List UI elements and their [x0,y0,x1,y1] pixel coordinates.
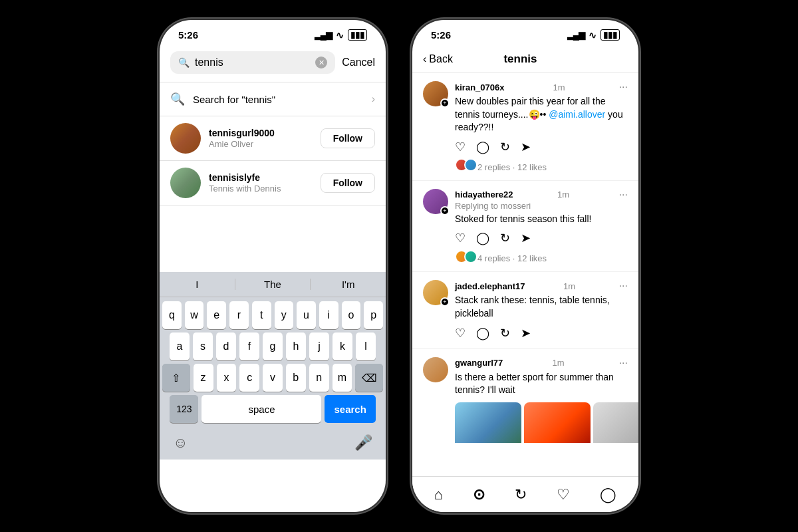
key-r[interactable]: r [229,301,249,329]
plus-badge-kiran: + [440,98,450,108]
key-f[interactable]: f [239,332,259,360]
post-text-jaded: Stack rank these: tennis, table tennis, … [455,294,628,320]
post-actions-kiran: ♡ ◯ ↻ ➤ [423,140,628,154]
post-meta-gwan: gwangurl77 1m ··· Is there a better spor… [455,357,628,397]
key-shift[interactable]: ⇧ [162,364,190,392]
key-u[interactable]: u [297,301,316,329]
like-icon-hidaya[interactable]: ♡ [455,231,466,245]
key-z[interactable]: z [194,364,213,392]
post-actions-hidaya: ♡ ◯ ↻ ➤ [423,231,628,245]
post-header-kiran: + kiran_0706x 1m ··· New doubles pair th… [423,81,628,134]
thread-header: ‹ Back tennis [412,46,638,73]
key-search[interactable]: search [325,395,375,423]
more-kiran[interactable]: ··· [614,81,628,93]
nav-home-icon[interactable]: ⌂ [434,486,443,503]
follow-button-1[interactable]: Follow [321,128,375,148]
user-info-1: tennisgurl9000 Amie Oliver [209,128,313,149]
nav-like-icon[interactable]: ♡ [557,486,570,503]
emoji-icon[interactable]: ☺ [173,434,188,452]
suggestion-The[interactable]: The [235,279,311,290]
nav-activity-icon[interactable]: ↻ [515,486,527,503]
wifi-icon: ∿ [336,30,344,41]
post-meta-hidaya: hidayathere22 1m ··· Replying to mosseri… [455,189,628,226]
cancel-button[interactable]: Cancel [342,57,375,68]
key-h[interactable]: h [286,332,306,360]
key-p[interactable]: p [364,301,383,329]
key-k[interactable]: k [332,332,352,360]
mic-icon[interactable]: 🎤 [354,434,372,452]
time-1: 5:26 [178,29,198,41]
key-g[interactable]: g [263,332,283,360]
key-x[interactable]: x [217,364,237,392]
follow-button-2[interactable]: Follow [321,173,375,193]
more-jaded[interactable]: ··· [614,280,628,292]
username-gwan[interactable]: gwangurl77 [455,358,503,368]
search-input[interactable]: tennis [195,57,310,68]
key-j[interactable]: j [309,332,329,360]
post-jaded: + jaded.elephant17 1m ··· Stack rank the… [412,272,638,348]
repost-icon-hidaya[interactable]: ↻ [500,231,510,245]
key-a[interactable]: a [170,332,190,360]
key-m[interactable]: m [332,364,352,392]
post-header-hidaya: + hidayathere22 1m ··· Replying to mosse… [423,189,628,226]
key-y[interactable]: y [275,301,294,329]
status-icons-2: ▂▄▆ ∿ ▮▮▮ [567,29,620,41]
suggestion-I[interactable]: I [160,279,235,290]
post-image-3 [593,402,638,443]
key-w[interactable]: w [185,301,204,329]
username-hidaya[interactable]: hidayathere22 [455,190,513,200]
phone-thread: 5:26 ▂▄▆ ∿ ▮▮▮ ‹ Back tennis + kiran_070… [412,20,638,512]
share-icon-kiran[interactable]: ➤ [521,140,531,154]
username-1: tennisgurl9000 [209,128,313,138]
reply-avatar-2 [464,158,477,172]
key-t[interactable]: t [252,301,271,329]
more-hidaya[interactable]: ··· [614,189,628,201]
back-button[interactable]: ‹ Back [423,53,453,65]
key-l[interactable]: l [356,332,376,360]
key-b[interactable]: b [286,364,306,392]
nav-search-icon[interactable]: ⊙ [473,486,485,503]
key-n[interactable]: n [309,364,329,392]
key-o[interactable]: o [342,301,361,329]
share-icon-hidaya[interactable]: ➤ [521,231,531,245]
repost-icon-kiran[interactable]: ↻ [500,140,510,154]
search-bar-row: 🔍 tennis ✕ Cancel [160,46,386,82]
search-input-container[interactable]: 🔍 tennis ✕ [170,51,335,74]
post-kiran: + kiran_0706x 1m ··· New doubles pair th… [412,73,638,181]
key-123[interactable]: 123 [170,395,198,423]
keyboard: q w e r t y u i o p a s d f g h j k [160,297,386,429]
key-v[interactable]: v [263,364,283,392]
username-kiran[interactable]: kiran_0706x [455,82,504,92]
plus-badge-hidaya: + [440,206,450,215]
key-s[interactable]: s [193,332,213,360]
clear-button[interactable]: ✕ [315,57,327,68]
mention-aimi[interactable]: @aimi.allover [549,109,605,120]
status-icons-1: ▂▄▆ ∿ ▮▮▮ [315,29,367,41]
like-icon-kiran[interactable]: ♡ [455,140,466,154]
avatar-kiran: + [423,81,448,106]
like-icon-jaded[interactable]: ♡ [455,326,466,340]
keyboard-bottom: ☺ 🎤 [160,429,386,460]
key-space[interactable]: space [201,395,321,423]
more-gwan[interactable]: ··· [614,357,628,369]
key-backspace[interactable]: ⌫ [355,364,383,392]
comment-icon-jaded[interactable]: ◯ [476,326,489,340]
phone-search: 5:26 ▂▄▆ ∿ ▮▮▮ 🔍 tennis ✕ Cancel 🔍 Searc… [160,20,386,512]
key-c[interactable]: c [239,364,259,392]
nav-profile-icon[interactable]: ◯ [600,486,616,503]
bottom-nav: ⌂ ⊙ ↻ ♡ ◯ [412,476,638,512]
post-actions-jaded: ♡ ◯ ↻ ➤ [423,326,628,340]
comment-icon-kiran[interactable]: ◯ [476,140,489,154]
comment-icon-hidaya[interactable]: ◯ [476,231,489,245]
search-suggestion-row[interactable]: 🔍 Search for "tennis" › [160,82,386,116]
post-header-gwan: gwangurl77 1m ··· Is there a better spor… [423,357,628,397]
key-q[interactable]: q [162,301,182,329]
key-e[interactable]: e [207,301,226,329]
post-text-gwan: Is there a better sport for summer than … [455,371,628,397]
repost-icon-jaded[interactable]: ↻ [500,326,510,340]
key-d[interactable]: d [216,332,236,360]
username-jaded[interactable]: jaded.elephant17 [455,281,525,291]
suggestion-Im[interactable]: I'm [311,279,386,290]
share-icon-jaded[interactable]: ➤ [521,326,531,340]
key-i[interactable]: i [319,301,338,329]
